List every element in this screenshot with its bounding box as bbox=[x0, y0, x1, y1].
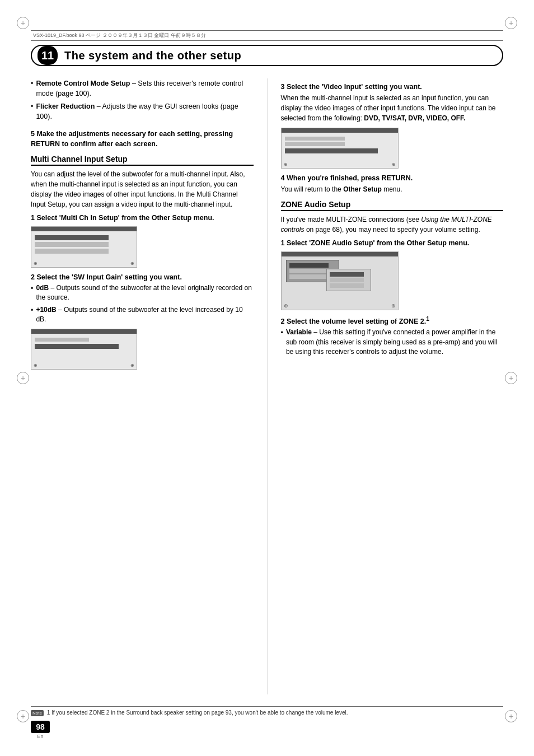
note-icon: Note bbox=[31, 710, 44, 716]
screen-mockup-3: ⊕ ⊕ bbox=[281, 128, 399, 169]
column-divider bbox=[267, 78, 268, 694]
screen-mockup-2: ⊕ ⊕ bbox=[31, 329, 137, 370]
reg-mark-bl bbox=[17, 710, 29, 722]
step4-label: 4 When you're finished, press RETURN. bbox=[281, 174, 504, 182]
bullet-item-remote: • Remote Control Mode Setup – Sets this … bbox=[31, 78, 254, 99]
zone-title: ZONE Audio Setup bbox=[281, 200, 504, 211]
chapter-number: 11 bbox=[38, 46, 58, 65]
content-area: • Remote Control Mode Setup – Sets this … bbox=[31, 73, 503, 700]
bullet-section: • Remote Control Mode Setup – Sets this … bbox=[31, 78, 254, 122]
page-number: 98 bbox=[31, 721, 50, 733]
left-column: • Remote Control Mode Setup – Sets this … bbox=[31, 73, 254, 700]
reg-mark-tr bbox=[505, 17, 517, 29]
reg-mark-tl bbox=[17, 17, 29, 29]
reg-mark-ml bbox=[17, 372, 29, 384]
bullet-plus10db: • +10dB – Outputs sound of the subwoofer… bbox=[31, 305, 254, 325]
multi-channel-title: Multi Channel Input Setup bbox=[31, 155, 254, 166]
zone-step1-label: 1 Select 'ZONE Audio Setup' from the Oth… bbox=[281, 239, 504, 247]
note-text: 1 If you selected ZONE 2 in the Surround… bbox=[47, 710, 348, 716]
bullet-variable: • Variable – Use this setting if you've … bbox=[281, 328, 504, 357]
page-lang: En bbox=[37, 734, 43, 739]
step1-label: 1 Select 'Multi Ch In Setup' from the Ot… bbox=[31, 214, 254, 222]
page-number-box: 98 En bbox=[31, 721, 50, 739]
right-column: 3 Select the 'Video Input' setting you w… bbox=[281, 73, 504, 700]
note-section: Note 1 If you selected ZONE 2 in the Sur… bbox=[31, 706, 503, 717]
screen-mockup-4: ⊕ ⊕ bbox=[281, 251, 399, 310]
step4-body: You will return to the Other Setup menu. bbox=[281, 184, 504, 194]
page: VSX-1019_DF.book 98 ページ ２００９年３月１３日 金曜日 午… bbox=[0, 0, 534, 756]
file-header: VSX-1019_DF.book 98 ページ ２００９年３月１３日 金曜日 午… bbox=[31, 30, 503, 41]
screen-mockup-1: ⊕ ⊕ bbox=[31, 226, 137, 268]
bullet-item-flicker: • Flicker Reduction – Adjusts the way th… bbox=[31, 101, 254, 122]
step2-label: 2 Select the 'SW Input Gain' setting you… bbox=[31, 273, 254, 281]
chapter-header: 11 The system and the other setup bbox=[31, 45, 503, 66]
bullet-0db: • 0dB – Outputs sound of the subwoofer a… bbox=[31, 283, 254, 303]
step3-body: When the multi-channel input is selected… bbox=[281, 93, 504, 123]
reg-mark-mr bbox=[505, 372, 517, 384]
zone-body: If you've made MULTI-ZONE connections (s… bbox=[281, 214, 504, 235]
zone-step2-label: 2 Select the volume level setting of ZON… bbox=[281, 316, 504, 325]
chapter-title: The system and the other setup bbox=[64, 49, 241, 62]
step3-label: 3 Select the 'Video Input' setting you w… bbox=[281, 83, 504, 91]
step5-instruction: 5 Make the adjustments necessary for eac… bbox=[31, 129, 254, 149]
multi-channel-body: You can adjust the level of the subwoofe… bbox=[31, 169, 254, 209]
reg-mark-br bbox=[505, 710, 517, 722]
